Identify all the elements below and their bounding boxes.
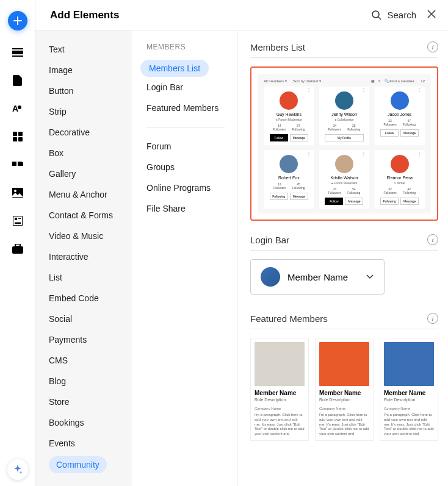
svg-rect-0 [12,51,23,54]
category-item-bookings[interactable]: Bookings [35,412,132,433]
featured-image [384,342,434,386]
more-icon: ⋮ [306,152,311,155]
featured-image [255,342,305,386]
featured-paragraph: I'm a paragraph. Click here to add your … [384,413,434,437]
svg-point-12 [14,190,16,192]
svg-rect-16 [15,222,21,223]
addon-icon[interactable] [12,159,24,171]
search-label: Search [387,10,416,20]
category-item-cms[interactable]: CMS [35,350,132,371]
follow-button: Following [380,198,399,205]
svg-rect-2 [12,55,23,57]
avatar [391,155,409,173]
member-role: ● Forum Moderator [323,181,366,185]
page-icon[interactable] [12,74,24,87]
member-count: 12 [421,79,425,83]
design-icon[interactable]: A [12,102,24,115]
svg-rect-4 [13,132,17,136]
category-item-interactive[interactable]: Interactive [35,246,132,267]
panel-title: Add Elements [50,9,119,21]
category-list: TextImageButtonStripDecorativeBoxGallery… [35,30,132,486]
category-item-button[interactable]: Button [35,80,132,101]
svg-rect-5 [18,132,23,136]
panel: Add Elements Search TextImageButtonStrip… [35,0,448,486]
category-item-blog[interactable]: Blog [35,371,132,391]
message-button: Message [400,198,419,205]
content-icon[interactable] [12,215,24,227]
section-rule [250,329,438,329]
section-icon[interactable] [12,46,24,59]
category-item-menu-anchor[interactable]: Menu & Anchor [35,184,132,205]
category-item-image[interactable]: Image [35,60,132,80]
member-card: ⋮ Kristin Watson ● Forum Moderator 33Fol… [319,150,370,209]
category-item-gallery[interactable]: Gallery [35,163,132,184]
sub-item-login-bar[interactable]: Login Bar [146,77,237,98]
login-bar-preview[interactable]: Member Name [250,259,385,295]
avatar [261,267,280,287]
sub-item-file-share[interactable]: File Share [146,198,237,219]
featured-members-preview[interactable]: Member Name Role Description Company Nam… [250,338,438,441]
category-item-embed-code[interactable]: Embed Code [35,288,132,309]
sub-item-online-programs[interactable]: Online Programs [146,177,237,198]
category-item-community[interactable]: Community [49,456,107,473]
category-item-box[interactable]: Box [35,143,132,163]
avatar [391,91,409,110]
category-item-strip[interactable]: Strip [35,101,132,122]
chevron-down-icon [366,273,374,281]
info-icon[interactable]: i [427,41,438,52]
sub-item-forum[interactable]: Forum [146,136,237,157]
add-button[interactable] [8,11,27,30]
filter-dropdown: All members ▾ [264,79,287,83]
media-icon[interactable] [12,187,24,199]
close-icon [427,10,436,18]
apps-icon[interactable] [12,130,24,143]
info-icon[interactable]: i [427,313,438,324]
sub-item-members-list[interactable]: Members List [140,60,209,77]
find-input: 🔍 Find a member... [385,79,417,83]
section-title-login-bar: Login Bar [250,235,289,245]
svg-text:A: A [12,104,18,113]
more-icon: ⋮ [417,89,422,91]
more-icon: ⋮ [306,89,311,91]
members-list-preview[interactable]: All members ▾ Sort by: Default ▾ ▦ ≡ 🔍 F… [250,66,438,221]
subcategory-list: MEMBERS Members ListLogin BarFeatured Me… [132,30,238,486]
list-view-icon: ≡ [378,79,381,83]
featured-role: Role Description [319,398,369,402]
search-button[interactable]: Search [371,10,416,21]
more-icon: ⋮ [361,152,366,155]
avatar [280,91,298,110]
plus-icon [13,16,23,26]
category-item-video-music[interactable]: Video & Music [35,226,132,246]
avatar [335,155,353,173]
svg-rect-8 [12,162,16,166]
category-item-social[interactable]: Social [35,309,132,329]
category-item-payments[interactable]: Payments [35,329,132,350]
category-item-events[interactable]: Events [35,433,132,454]
member-role: ✎ Writer [378,181,421,185]
message-button: Message [400,129,419,137]
business-icon[interactable] [12,243,24,255]
info-icon[interactable]: i [427,234,438,245]
category-item-store[interactable]: Store [35,391,132,412]
member-card: ⋮ Guy Hawkins ● Forum Moderator 14Follow… [264,87,314,145]
ai-spark-button[interactable] [7,459,28,480]
sub-item-groups[interactable]: Groups [146,157,237,177]
svg-rect-18 [12,246,23,254]
featured-paragraph: I'm a paragraph. Click here to add your … [255,413,305,437]
section-title-featured: Featured Members [250,313,328,324]
message-button: Message [290,193,308,200]
featured-company: Company Name [319,407,369,410]
category-item-text[interactable]: Text [35,39,132,60]
more-icon: ⋮ [361,89,366,91]
svg-rect-6 [13,137,17,141]
category-item-decorative[interactable]: Decorative [35,122,132,143]
sub-item-featured-members[interactable]: Featured Members [146,98,237,118]
member-role: ● Forum Moderator [267,118,311,121]
close-button[interactable] [427,10,436,21]
member-name: Guy Hawkins [267,112,311,116]
member-card: ⋮ Eleanor Pena ✎ Writer 32Followers 42Fo… [374,150,425,209]
category-item-list[interactable]: List [35,267,132,288]
featured-card: Member Name Role Description Company Nam… [250,338,309,441]
profile-button: My Profile [325,134,364,141]
category-item-contact-forms[interactable]: Contact & Forms [35,205,132,226]
